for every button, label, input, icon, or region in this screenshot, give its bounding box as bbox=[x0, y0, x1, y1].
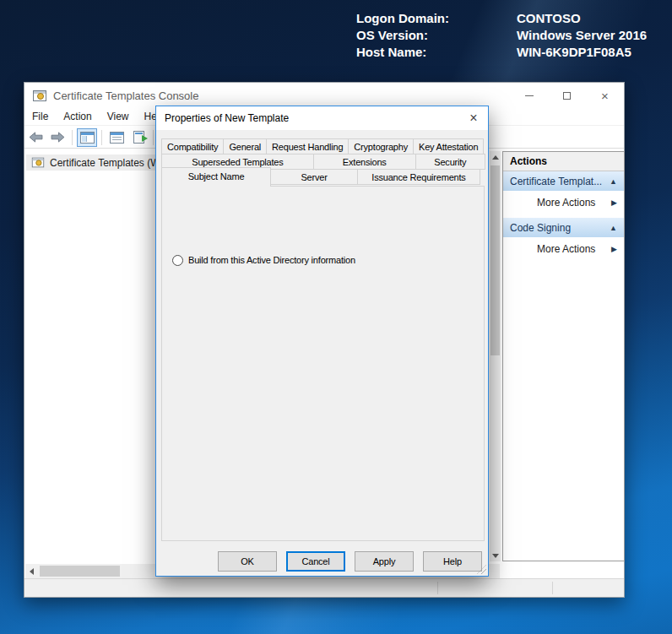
toolbar-separator bbox=[153, 130, 154, 145]
properties-of-new-template-dialog: Properties of New Template × Compatibili… bbox=[155, 106, 489, 577]
tab-security[interactable]: Security bbox=[415, 154, 485, 170]
tab-extensions[interactable]: Extensions bbox=[313, 154, 416, 170]
tab-request-handling[interactable]: Request Handling bbox=[266, 138, 349, 154]
cancel-button[interactable]: Cancel bbox=[286, 551, 345, 572]
console-statusbar bbox=[24, 578, 624, 597]
statusbar-separator bbox=[437, 582, 438, 594]
actions-group-certificate-templates[interactable]: Certificate Templat... ▲ bbox=[503, 171, 624, 192]
actions-group-title: Certificate Templat... bbox=[510, 176, 610, 187]
mmc-console-icon bbox=[33, 90, 46, 101]
dialog-tabstrip: Compatibility General Request Handling C… bbox=[161, 138, 485, 188]
minimize-icon bbox=[525, 95, 534, 96]
tab-row-1: Compatibility General Request Handling C… bbox=[161, 138, 485, 154]
scroll-left-icon bbox=[30, 568, 34, 575]
host-name-label: Host Name: bbox=[356, 44, 517, 61]
tree-item-label: Certificate Templates (W bbox=[50, 157, 156, 169]
more-actions-certificate-templates[interactable]: More Actions ▶ bbox=[503, 192, 624, 214]
actions-group-code-signing[interactable]: Code Signing ▲ bbox=[503, 218, 624, 238]
chevron-right-icon: ▶ bbox=[611, 198, 617, 207]
vertical-scrollbar-thumb[interactable] bbox=[490, 165, 500, 355]
tree-item-certificate-templates[interactable]: Certificate Templates (W bbox=[26, 154, 156, 171]
list-vertical-scrollbar[interactable] bbox=[490, 151, 501, 561]
scroll-down-icon bbox=[492, 554, 499, 558]
console-titlebar[interactable]: Certificate Templates Console × bbox=[24, 83, 624, 108]
back-icon bbox=[29, 132, 43, 143]
show-console-tree-icon bbox=[80, 132, 95, 144]
help-button-dialog[interactable]: Help bbox=[423, 551, 482, 572]
build-from-ad-label: Build from this Active Directory informa… bbox=[188, 254, 360, 266]
actions-pane-header: Actions bbox=[503, 152, 624, 171]
horizontal-scrollbar-thumb[interactable] bbox=[40, 566, 120, 577]
toolbar-separator bbox=[101, 130, 102, 145]
maximize-icon bbox=[563, 92, 571, 100]
scroll-up-button[interactable] bbox=[490, 151, 501, 163]
close-icon: × bbox=[469, 111, 477, 126]
export-list-icon bbox=[133, 131, 144, 144]
ok-button[interactable]: OK bbox=[218, 551, 277, 572]
tab-issuance-requirements[interactable]: Issuance Requirements bbox=[357, 169, 480, 185]
tab-server[interactable]: Server bbox=[270, 169, 358, 185]
build-from-ad-radio[interactable] bbox=[172, 255, 183, 266]
system-info-block: Logon Domain: CONTOSO OS Version: Window… bbox=[356, 10, 647, 61]
dialog-title: Properties of New Template bbox=[165, 112, 289, 124]
actions-group-title: Code Signing bbox=[510, 222, 610, 234]
more-actions-code-signing[interactable]: More Actions ▶ bbox=[503, 238, 624, 260]
tab-general[interactable]: General bbox=[223, 138, 267, 154]
minimize-button[interactable] bbox=[510, 83, 548, 108]
tab-key-attestation[interactable]: Key Attestation bbox=[413, 138, 484, 154]
scroll-down-button[interactable] bbox=[490, 550, 501, 561]
more-actions-label: More Actions bbox=[537, 243, 611, 255]
menu-action[interactable]: Action bbox=[56, 108, 99, 126]
collapse-icon[interactable]: ▲ bbox=[610, 224, 617, 232]
menu-view[interactable]: View bbox=[100, 108, 137, 126]
dialog-close-button[interactable]: × bbox=[460, 106, 487, 130]
tab-compatibility[interactable]: Compatibility bbox=[161, 138, 224, 154]
close-button[interactable]: × bbox=[586, 83, 624, 108]
console-window-title: Certificate Templates Console bbox=[53, 89, 198, 102]
chevron-right-icon: ▶ bbox=[611, 245, 617, 253]
export-list-button[interactable] bbox=[128, 128, 149, 147]
certificate-templates-icon bbox=[32, 158, 44, 168]
system-info-row: Logon Domain: CONTOSO bbox=[356, 10, 647, 27]
properties-icon bbox=[110, 132, 124, 144]
scroll-up-icon bbox=[492, 155, 499, 160]
host-name-value: WIN-6K9DP1F08A5 bbox=[517, 44, 631, 61]
os-version-label: OS Version: bbox=[356, 27, 517, 44]
os-version-value: Windows Server 2016 bbox=[517, 27, 647, 44]
maximize-button[interactable] bbox=[548, 83, 586, 108]
close-icon: × bbox=[601, 89, 609, 102]
properties-button[interactable] bbox=[106, 128, 127, 147]
logon-domain-label: Logon Domain: bbox=[356, 10, 517, 27]
apply-button[interactable]: Apply bbox=[355, 551, 414, 572]
system-info-row: Host Name: WIN-6K9DP1F08A5 bbox=[356, 44, 647, 61]
system-info-row: OS Version: Windows Server 2016 bbox=[356, 27, 647, 44]
actions-pane: Actions Certificate Templat... ▲ More Ac… bbox=[502, 151, 625, 561]
dialog-titlebar[interactable]: Properties of New Template × bbox=[156, 106, 488, 130]
forward-button[interactable] bbox=[47, 128, 68, 147]
menu-file[interactable]: File bbox=[24, 108, 56, 126]
tab-cryptography[interactable]: Cryptography bbox=[348, 138, 414, 154]
collapse-icon[interactable]: ▲ bbox=[610, 177, 617, 186]
desktop-wallpaper: Logon Domain: CONTOSO OS Version: Window… bbox=[0, 0, 672, 634]
more-actions-label: More Actions bbox=[537, 197, 611, 209]
tab-subject-name[interactable]: Subject Name bbox=[161, 167, 271, 187]
forward-icon bbox=[51, 132, 65, 143]
dialog-button-row: OK Cancel Apply Help bbox=[218, 551, 482, 572]
back-button[interactable] bbox=[25, 128, 46, 147]
subject-name-tab-page bbox=[161, 186, 485, 541]
statusbar-separator bbox=[552, 582, 553, 594]
show-console-tree-button[interactable] bbox=[77, 128, 97, 147]
toolbar-separator bbox=[72, 130, 73, 145]
scroll-left-button[interactable] bbox=[25, 564, 38, 578]
logon-domain-value: CONTOSO bbox=[517, 10, 581, 27]
